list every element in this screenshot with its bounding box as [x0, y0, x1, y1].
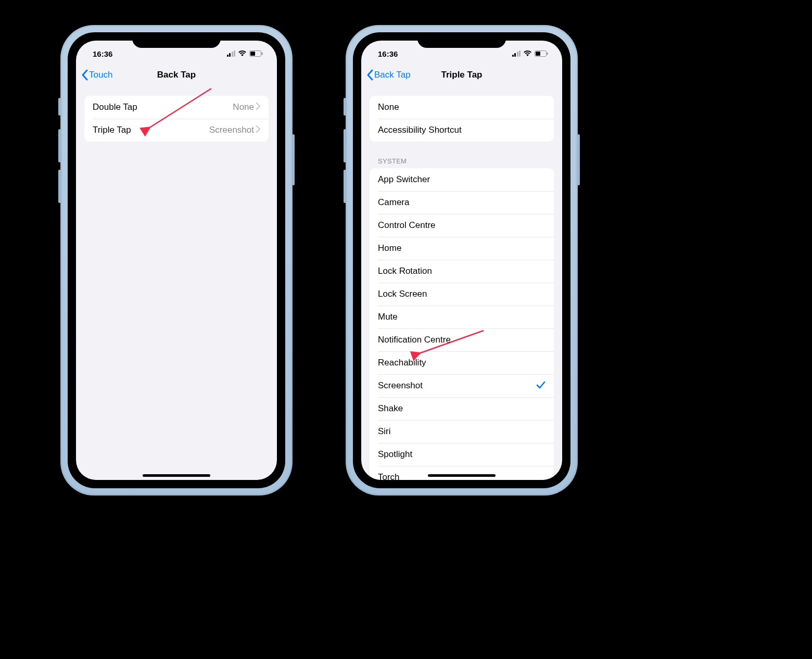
- home-indicator[interactable]: [428, 474, 496, 477]
- content-right: None Accessibility Shortcut SYSTEM App S…: [361, 86, 562, 480]
- silence-switch: [344, 98, 346, 116]
- row-app-switcher[interactable]: App Switcher: [370, 168, 554, 191]
- row-detail: None: [233, 102, 254, 112]
- system-group: App Switcher Camera Control Centre Home …: [370, 168, 554, 480]
- svg-rect-1: [250, 52, 255, 56]
- row-detail: Screenshot: [209, 125, 254, 135]
- svg-rect-5: [536, 52, 540, 56]
- row-spotlight[interactable]: Spotlight: [370, 443, 554, 466]
- row-label: Home: [378, 243, 545, 254]
- row-label: Reachability: [378, 358, 545, 368]
- row-accessibility-shortcut[interactable]: Accessibility Shortcut: [370, 119, 554, 142]
- nav-bar: Back Tap Triple Tap: [361, 64, 562, 86]
- checkmark-icon: [536, 379, 545, 392]
- status-time: 16:36: [374, 46, 398, 58]
- volume-down-button: [58, 170, 61, 203]
- side-button: [577, 134, 580, 185]
- row-label: App Switcher: [378, 174, 545, 185]
- row-notification-centre[interactable]: Notification Centre: [370, 328, 554, 351]
- row-screenshot[interactable]: Screenshot: [370, 374, 554, 397]
- top-group: None Accessibility Shortcut: [370, 96, 554, 142]
- system-header: SYSTEM: [378, 157, 545, 165]
- chevron-right-icon: [256, 102, 260, 112]
- side-button: [292, 134, 295, 185]
- chevron-left-icon: [366, 69, 373, 81]
- page-title: Back Tap: [157, 70, 196, 80]
- row-label: Lock Screen: [378, 289, 545, 299]
- screen-left: 16:36: [76, 41, 277, 480]
- content-left: Double Tap None Triple Tap Screenshot: [76, 86, 277, 480]
- back-button[interactable]: Touch: [79, 64, 115, 86]
- volume-down-button: [344, 170, 346, 203]
- row-label: Shake: [378, 403, 545, 414]
- row-double-tap[interactable]: Double Tap None: [84, 96, 269, 119]
- row-shake[interactable]: Shake: [370, 397, 554, 420]
- volume-up-button: [58, 129, 61, 162]
- svg-rect-6: [547, 53, 548, 55]
- back-tap-group: Double Tap None Triple Tap Screenshot: [84, 96, 269, 142]
- row-mute[interactable]: Mute: [370, 306, 554, 328]
- status-time: 16:36: [88, 46, 112, 58]
- cellular-signal-icon: [227, 50, 236, 57]
- row-camera[interactable]: Camera: [370, 191, 554, 214]
- row-label: Triple Tap: [93, 125, 209, 135]
- row-home[interactable]: Home: [370, 237, 554, 260]
- back-button[interactable]: Back Tap: [364, 64, 413, 86]
- back-label: Touch: [89, 70, 112, 80]
- row-control-centre[interactable]: Control Centre: [370, 214, 554, 237]
- cellular-signal-icon: [512, 50, 521, 57]
- back-label: Back Tap: [374, 70, 411, 80]
- svg-rect-2: [262, 53, 263, 55]
- wifi-icon: [523, 50, 532, 57]
- battery-icon: [249, 50, 263, 57]
- notch: [132, 32, 221, 48]
- battery-icon: [535, 50, 549, 57]
- chevron-right-icon: [256, 125, 260, 135]
- phone-right: 16:36: [346, 25, 578, 496]
- row-label: Mute: [378, 312, 545, 322]
- row-lock-screen[interactable]: Lock Screen: [370, 283, 554, 306]
- row-label: Accessibility Shortcut: [378, 125, 545, 135]
- chevron-left-icon: [81, 69, 88, 81]
- row-torch[interactable]: Torch: [370, 466, 554, 480]
- row-label: None: [378, 102, 545, 112]
- row-label: Camera: [378, 197, 545, 208]
- home-indicator[interactable]: [143, 474, 210, 477]
- nav-bar: Touch Back Tap: [76, 64, 277, 86]
- row-siri[interactable]: Siri: [370, 420, 554, 443]
- row-label: Lock Rotation: [378, 266, 545, 276]
- row-label: Spotlight: [378, 449, 545, 460]
- row-reachability[interactable]: Reachability: [370, 351, 554, 374]
- screen-right: 16:36: [361, 41, 562, 480]
- row-label: Siri: [378, 426, 545, 437]
- row-label: Screenshot: [378, 381, 536, 391]
- notch: [417, 32, 506, 48]
- row-lock-rotation[interactable]: Lock Rotation: [370, 260, 554, 283]
- wifi-icon: [238, 50, 247, 57]
- row-label: Control Centre: [378, 220, 545, 231]
- page-title: Triple Tap: [441, 70, 482, 80]
- row-triple-tap[interactable]: Triple Tap Screenshot: [84, 119, 269, 142]
- silence-switch: [58, 98, 61, 116]
- row-label: Double Tap: [93, 102, 233, 112]
- row-none[interactable]: None: [370, 96, 554, 119]
- volume-up-button: [344, 129, 346, 162]
- phone-left: 16:36: [60, 25, 293, 496]
- row-label: Notification Centre: [378, 335, 545, 345]
